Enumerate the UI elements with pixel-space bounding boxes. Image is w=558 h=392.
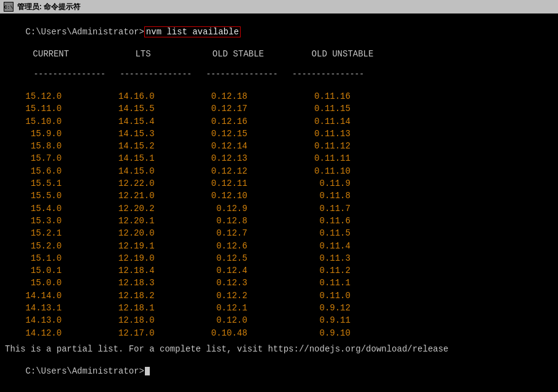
table-row: 15.5.0 12.21.0 0.12.10 0.11.8	[5, 190, 553, 202]
command-line: C:\Users\Administrator>nvm list availabl…	[5, 17, 553, 47]
header-old-unstable: OLD UNSTABLE	[287, 49, 398, 59]
table-row: 15.2.0 12.19.1 0.12.6 0.11.4	[5, 240, 553, 252]
title-bar-text: 管理员: 命令提示符	[17, 2, 80, 12]
title-bar: C:\ 管理员: 命令提示符	[0, 0, 558, 13]
table-row: 15.1.0 12.19.0 0.12.5 0.11.3	[5, 252, 553, 264]
table-row: 15.12.0 14.16.0 0.12.18 0.11.16	[5, 90, 553, 102]
table-row: 14.12.0 12.17.0 0.10.48 0.9.10	[5, 327, 553, 339]
command-text: nvm list available	[144, 26, 241, 37]
table-row: 14.14.0 12.18.2 0.12.2 0.11.0	[5, 290, 553, 302]
table-row: 15.5.1 12.22.0 0.12.11 0.11.9	[5, 177, 553, 190]
header-current: CURRENT	[5, 49, 97, 59]
table-row: 15.10.0 14.15.4 0.12.16 0.11.14	[5, 115, 553, 128]
table-row: 15.8.0 14.15.2 0.12.14 0.11.12	[5, 140, 553, 152]
table-header-row: CURRENT LTS OLD STABLE OLD UNSTABLE	[5, 49, 553, 59]
table-row: 15.7.0 14.15.1 0.12.13 0.11.11	[5, 152, 553, 164]
table-row: 15.3.0 12.20.1 0.12.8 0.11.6	[5, 215, 553, 227]
table-body: 15.12.0 14.16.0 0.12.18 0.11.16 15.11.0 …	[5, 90, 553, 339]
table-row: 15.0.0 12.18.3 0.12.3 0.11.1	[5, 277, 553, 289]
table-row: 15.0.1 12.18.4 0.12.4 0.11.2	[5, 264, 553, 277]
table-row: 15.2.1 12.20.0 0.12.7 0.11.5	[5, 227, 553, 239]
header-old-stable: OLD STABLE	[189, 49, 287, 59]
table-section: CURRENT LTS OLD STABLE OLD UNSTABLE ----…	[5, 49, 553, 339]
header-lts: LTS	[97, 49, 189, 59]
table-row: 14.13.1 12.18.1 0.12.1 0.9.12	[5, 302, 553, 314]
terminal: C:\Users\Administrator>nvm list availabl…	[0, 13, 558, 392]
final-prompt-line: C:\Users\Administrator>	[5, 356, 553, 386]
cmd-icon-label: C:\	[4, 4, 13, 10]
table-row: 15.6.0 14.15.0 0.12.12 0.11.10	[5, 165, 553, 177]
table-row: 15.4.0 12.20.2 0.12.9 0.11.7	[5, 202, 553, 215]
prompt2-text: C:\Users\Administrator>	[26, 366, 144, 376]
table-divider: --------------- --------------- --------…	[5, 60, 553, 88]
table-row: 14.13.0 12.18.0 0.12.0 0.9.11	[5, 314, 553, 326]
title-bar-icon: C:\	[4, 2, 14, 12]
table-row: 15.9.0 14.15.3 0.12.15 0.11.13	[5, 128, 553, 140]
prompt-prefix: C:\Users\Administrator>	[26, 27, 144, 37]
footer-text: This is a partial list. For a complete l…	[5, 344, 553, 354]
cursor-blink	[145, 367, 150, 375]
table-row: 15.11.0 14.15.5 0.12.17 0.11.15	[5, 102, 553, 115]
